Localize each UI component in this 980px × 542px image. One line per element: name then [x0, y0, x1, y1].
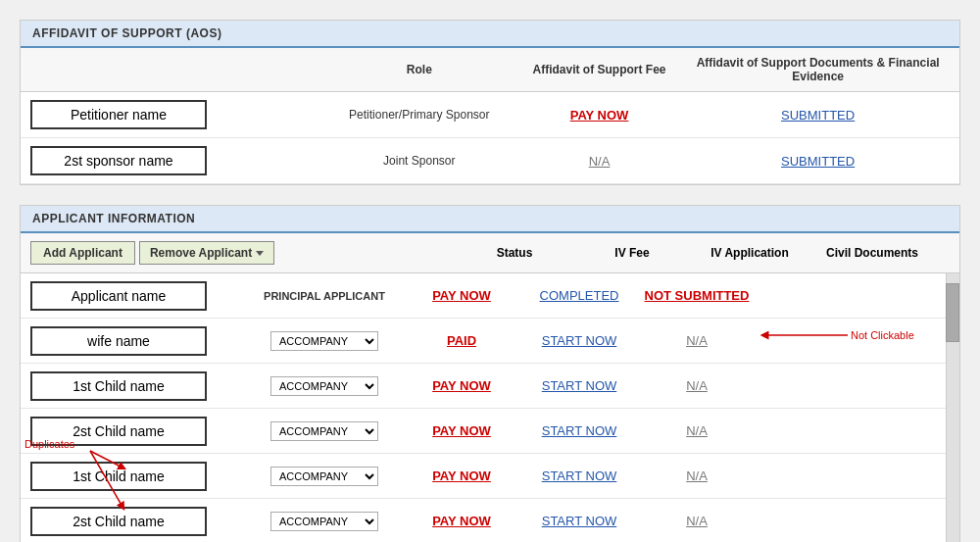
aos-table: Role Affidavit of Support Fee Affidavit …	[21, 48, 959, 184]
iv-app-link[interactable]: START NOW	[542, 423, 617, 438]
app-row: wife name ACCOMPANY FOLLOW-TO-JOIN PAID …	[21, 319, 959, 364]
col-header-iv-app: IV Application	[691, 242, 808, 264]
aos-section-header: AFFIDAVIT OF SUPPORT (AOS)	[21, 21, 959, 48]
app-name-cell: 2st Child name	[21, 501, 246, 542]
page-wrapper: AFFIDAVIT OF SUPPORT (AOS) Role Affidavi…	[20, 20, 960, 542]
app-name-box: 1st Child name	[30, 462, 207, 491]
col-header-status: Status	[456, 242, 573, 264]
iv-app-link[interactable]: START NOW	[542, 468, 617, 483]
app-name-cell: wife name	[21, 320, 246, 362]
iv-app-cell: START NOW	[520, 465, 638, 487]
iv-fee-cell: PAY NOW	[403, 510, 520, 532]
remove-applicant-button[interactable]: Remove Applicant	[139, 241, 274, 265]
applicant-section: APPLICANT INFORMATION Add Applicant Remo…	[20, 205, 960, 542]
iv-fee-cell: PAID	[403, 329, 520, 352]
app-name-box: 2st Child name	[30, 507, 207, 536]
app-name-cell: 1st Child name	[21, 456, 246, 497]
remove-applicant-label: Remove Applicant	[150, 246, 252, 260]
chevron-down-icon	[256, 251, 264, 256]
civil-cell: NOT SUBMITTED	[638, 284, 756, 307]
app-row: Applicant name PRINCIPAL APPLICANT PAY N…	[21, 273, 959, 319]
accompany-select[interactable]: ACCOMPANY FOLLOW-TO-JOIN	[270, 512, 378, 531]
applicant-title: APPLICANT INFORMATION	[32, 212, 195, 225]
status-cell: ACCOMPANY FOLLOW-TO-JOIN	[246, 372, 403, 400]
aos-name-box: Petitioner name	[30, 100, 207, 129]
status-cell: PRINCIPAL APPLICANT	[246, 284, 403, 307]
iv-app-cell: START NOW	[520, 510, 638, 532]
app-name-box: 1st Child name	[30, 371, 207, 401]
aos-docs-cell: SUBMITTED	[676, 92, 959, 138]
iv-app-link[interactable]: START NOW	[542, 333, 617, 348]
iv-app-cell: START NOW	[520, 374, 638, 397]
accompany-select[interactable]: ACCOMPANY FOLLOW-TO-JOIN	[270, 467, 378, 486]
aos-col-name	[21, 48, 317, 92]
app-name-box: 2st Child name	[30, 417, 207, 446]
iv-fee-cell: PAY NOW	[403, 419, 520, 442]
iv-fee-cell: PAY NOW	[403, 465, 520, 487]
app-row: 2st Child name ACCOMPANY FOLLOW-TO-JOIN …	[21, 499, 959, 542]
aos-title: AFFIDAVIT OF SUPPORT (AOS)	[32, 26, 221, 40]
scroll-thumb[interactable]	[946, 283, 959, 342]
civil-cell: N/A	[638, 465, 756, 487]
aos-name-cell: 2st sponsor name	[21, 138, 317, 184]
col-header-iv-fee: IV Fee	[573, 242, 691, 264]
aos-fee-link[interactable]: N/A	[589, 154, 611, 169]
aos-fee-link[interactable]: PAY NOW	[570, 108, 629, 123]
iv-fee-cell: PAY NOW	[403, 374, 520, 397]
aos-table-row: Petitioner name Petitioner/Primary Spons…	[21, 92, 959, 138]
civil-link[interactable]: NOT SUBMITTED	[645, 288, 750, 303]
civil-cell: N/A	[638, 419, 756, 442]
accompany-select[interactable]: ACCOMPANY FOLLOW-TO-JOIN	[270, 331, 378, 351]
aos-name-cell: Petitioner name	[21, 92, 317, 138]
iv-app-link[interactable]: START NOW	[542, 378, 617, 393]
aos-docs-link[interactable]: SUBMITTED	[781, 154, 855, 169]
add-applicant-button[interactable]: Add Applicant	[30, 241, 135, 265]
iv-fee-link[interactable]: PAY NOW	[432, 423, 491, 438]
applicant-rows: Applicant name PRINCIPAL APPLICANT PAY N…	[21, 273, 959, 542]
aos-docs-cell: SUBMITTED	[676, 138, 959, 184]
app-name-box: wife name	[30, 326, 207, 356]
iv-fee-link[interactable]: PAID	[447, 333, 476, 348]
aos-col-fee: Affidavit of Support Fee	[522, 48, 676, 92]
civil-link: N/A	[686, 333, 708, 348]
aos-docs-link[interactable]: SUBMITTED	[781, 108, 855, 123]
status-cell: ACCOMPANY FOLLOW-TO-JOIN	[246, 327, 403, 355]
aos-role-cell: Joint Sponsor	[317, 138, 522, 184]
iv-fee-link[interactable]: PAY NOW	[432, 288, 491, 303]
applicant-toolbar: Add Applicant Remove Applicant Status IV…	[21, 233, 959, 273]
civil-link: N/A	[686, 378, 708, 393]
accompany-select[interactable]: ACCOMPANY FOLLOW-TO-JOIN	[270, 376, 378, 396]
app-row: 1st Child name ACCOMPANY FOLLOW-TO-JOIN …	[21, 364, 959, 409]
col-header-civil: Civil Documents	[808, 242, 936, 264]
app-row: 1st Child name ACCOMPANY FOLLOW-TO-JOIN …	[21, 454, 959, 499]
iv-app-cell: COMPLETED	[520, 284, 638, 307]
aos-fee-cell: PAY NOW	[522, 92, 676, 138]
iv-app-cell: START NOW	[520, 419, 638, 442]
status-cell: ACCOMPANY FOLLOW-TO-JOIN	[246, 418, 403, 445]
aos-table-row: 2st sponsor name Joint Sponsor N/A SUBMI…	[21, 138, 959, 184]
civil-cell: N/A	[638, 329, 756, 352]
aos-col-role: Role	[317, 48, 522, 92]
civil-link: N/A	[686, 514, 708, 528]
aos-section: AFFIDAVIT OF SUPPORT (AOS) Role Affidavi…	[20, 20, 960, 185]
scrollbar[interactable]	[946, 273, 959, 542]
iv-app-link[interactable]: COMPLETED	[540, 288, 619, 303]
status-label: PRINCIPAL APPLICANT	[264, 290, 385, 302]
civil-cell: N/A	[638, 510, 756, 532]
iv-app-link[interactable]: START NOW	[542, 514, 617, 528]
app-name-cell: 2st Child name	[21, 411, 246, 452]
iv-fee-link[interactable]: PAY NOW	[432, 514, 491, 528]
civil-link: N/A	[686, 423, 708, 438]
iv-fee-cell: PAY NOW	[403, 284, 520, 307]
iv-fee-link[interactable]: PAY NOW	[432, 468, 491, 483]
applicant-section-header: APPLICANT INFORMATION	[21, 206, 959, 233]
aos-fee-cell: N/A	[522, 138, 676, 184]
accompany-select[interactable]: ACCOMPANY FOLLOW-TO-JOIN	[270, 421, 378, 441]
status-cell: ACCOMPANY FOLLOW-TO-JOIN	[246, 463, 403, 490]
iv-app-cell: START NOW	[520, 329, 638, 352]
civil-cell: N/A	[638, 374, 756, 397]
iv-fee-link[interactable]: PAY NOW	[432, 378, 491, 393]
app-name-cell: 1st Child name	[21, 366, 246, 407]
app-name-cell: Applicant name	[21, 275, 246, 317]
status-cell: ACCOMPANY FOLLOW-TO-JOIN	[246, 508, 403, 535]
